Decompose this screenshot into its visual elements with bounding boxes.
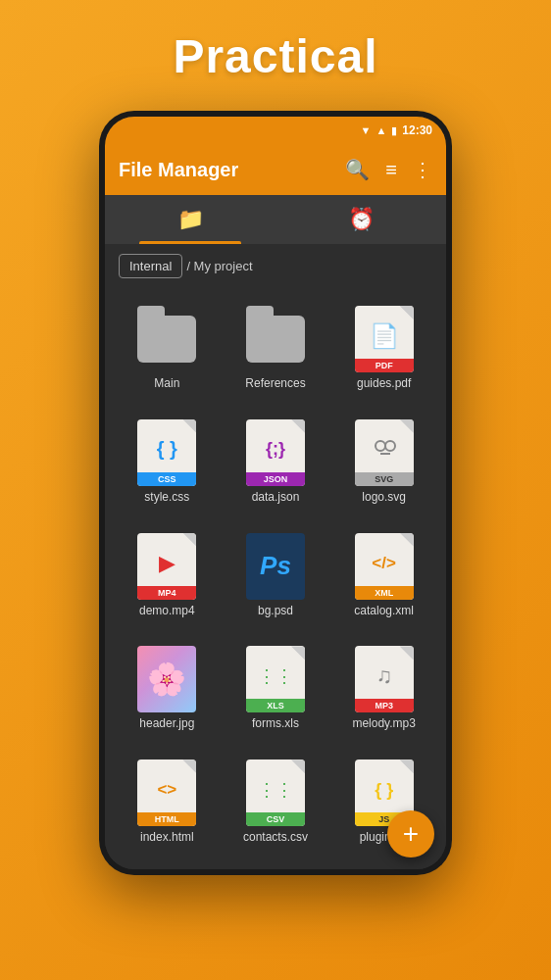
list-item[interactable]: {;} JSON data.json xyxy=(224,412,328,519)
file-name: Main xyxy=(154,376,179,390)
tab-recent[interactable]: ⏰ xyxy=(276,195,446,244)
psd-file-icon: Ps xyxy=(246,533,305,600)
list-item[interactable]: ⋮⋮ XLS forms.xls xyxy=(224,638,328,746)
add-file-button[interactable]: + xyxy=(387,810,434,858)
css-file-icon: { } CSS xyxy=(137,419,196,486)
phone-shell: ▼ ▲ ▮ 12:30 File Manager 🔍 ≡ ⋮ 📁 ⏰ xyxy=(99,111,452,875)
breadcrumb: Internal / My project xyxy=(105,244,446,288)
tab-folder[interactable]: 📁 xyxy=(105,195,276,244)
jpg-file-icon: 🌸 xyxy=(137,646,196,712)
json-file-icon: {;} JSON xyxy=(246,419,305,486)
pdf-file-icon: 📄 PDF xyxy=(355,306,414,372)
status-bar: ▼ ▲ ▮ 12:30 xyxy=(105,117,446,144)
folder-icon xyxy=(137,316,196,363)
page-title: Practical xyxy=(173,29,377,83)
list-item[interactable]: ⋮⋮ CSV contacts.csv xyxy=(224,752,328,859)
file-name: header.jpg xyxy=(139,716,194,730)
csv-file-icon: ⋮⋮ CSV xyxy=(246,760,305,826)
svg-file-icon: SVG xyxy=(355,419,414,486)
tab-bar: 📁 ⏰ xyxy=(105,195,446,244)
list-item[interactable]: Ps bg.psd xyxy=(224,525,328,633)
html-file-icon: <> HTML xyxy=(137,760,196,826)
phone-screen: ▼ ▲ ▮ 12:30 File Manager 🔍 ≡ ⋮ 📁 ⏰ xyxy=(105,117,446,869)
file-name: index.html xyxy=(140,830,194,844)
breadcrumb-path: / My project xyxy=(186,259,252,273)
folder-tab-icon: 📁 xyxy=(177,207,204,232)
wifi-icon: ▼ xyxy=(361,124,372,136)
more-icon[interactable]: ⋮ xyxy=(413,158,432,181)
xls-file-icon: ⋮⋮ XLS xyxy=(246,646,305,712)
battery-icon: ▮ xyxy=(391,124,397,137)
list-item[interactable]: ▶ MP4 demo.mp4 xyxy=(115,525,220,633)
signal-icon: ▲ xyxy=(376,124,386,136)
file-name: data.json xyxy=(252,490,300,504)
app-bar: File Manager 🔍 ≡ ⋮ xyxy=(105,144,446,195)
file-grid: Main References 📄 PDF xyxy=(105,288,446,869)
svg-point-0 xyxy=(376,441,385,451)
file-name: logo.svg xyxy=(362,490,406,504)
file-name: melody.mp3 xyxy=(352,716,415,730)
list-item[interactable]: ♫ MP3 melody.mp3 xyxy=(331,638,436,746)
file-name: contacts.csv xyxy=(243,830,308,844)
ps-icon: Ps xyxy=(260,551,291,581)
list-item[interactable]: { } CSS style.css xyxy=(115,412,220,519)
list-item[interactable]: References xyxy=(224,298,328,406)
flower-icon: 🌸 xyxy=(147,661,186,698)
folder-icon xyxy=(246,316,305,363)
file-name: bg.psd xyxy=(258,604,293,617)
sort-icon[interactable]: ≡ xyxy=(385,159,397,181)
list-item[interactable]: 📄 PDF guides.pdf xyxy=(331,298,436,406)
list-item[interactable]: </> XML catalog.xml xyxy=(331,525,436,633)
mp4-file-icon: ▶ MP4 xyxy=(137,533,196,600)
clock-tab-icon: ⏰ xyxy=(348,207,375,232)
file-name: References xyxy=(245,376,305,390)
mp3-file-icon: ♫ MP3 xyxy=(355,646,414,712)
xml-file-icon: </> XML xyxy=(355,533,414,600)
search-icon[interactable]: 🔍 xyxy=(345,158,370,181)
list-item[interactable]: 🌸 header.jpg xyxy=(115,638,220,746)
status-time: 12:30 xyxy=(402,123,432,137)
list-item[interactable]: Main xyxy=(115,298,220,406)
breadcrumb-root[interactable]: Internal xyxy=(119,254,182,278)
file-name: catalog.xml xyxy=(354,604,414,617)
list-item[interactable]: <> HTML index.html xyxy=(115,752,220,859)
svg-point-1 xyxy=(385,441,395,451)
file-name: guides.pdf xyxy=(357,376,411,390)
file-name: style.css xyxy=(144,490,189,504)
list-item[interactable]: SVG logo.svg xyxy=(331,412,436,519)
file-name: demo.mp4 xyxy=(139,604,195,617)
app-bar-title: File Manager xyxy=(119,159,345,181)
file-name: forms.xls xyxy=(252,716,299,730)
